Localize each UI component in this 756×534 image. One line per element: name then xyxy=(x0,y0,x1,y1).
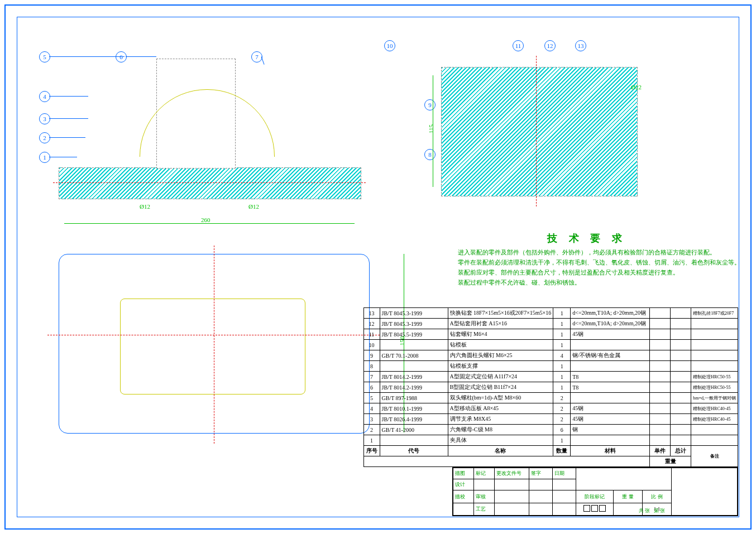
bom-cell-w1 xyxy=(650,329,671,340)
bom-cell-idx: 1 xyxy=(363,435,380,446)
tb-stage: 阶段标记 xyxy=(576,490,614,503)
bom-cell-w2 xyxy=(671,340,691,350)
balloon-1: 1 xyxy=(39,152,50,163)
bom-cell-idx: 5 xyxy=(363,393,380,403)
bom-cell-idx: 3 xyxy=(363,414,380,425)
dim-115: 115 xyxy=(428,124,434,133)
bom-cell-w2 xyxy=(671,372,691,382)
bom-cell-code: GB/T 897-1988 xyxy=(380,393,448,403)
bom-cell-mat: T8 xyxy=(571,372,650,382)
dim-12b: Ø12 xyxy=(248,203,259,210)
bom-cell-name: B型固定式定位销 B11f7×24 xyxy=(448,382,553,393)
bom-cell-qty: 1 xyxy=(553,340,571,350)
tb-r3c2: 审核 xyxy=(474,490,495,503)
bom-cell-code: JB/T 8045.3-1999 xyxy=(380,319,448,329)
title-block: 描图 标记 更改文件号 签字 日期 设计 描校 审核 阶段标记 重 量 比 例 xyxy=(452,467,738,516)
bom-cell-note xyxy=(691,361,738,372)
tb-sheets-total: 共 张 xyxy=(639,508,650,513)
bom-cell-w1 xyxy=(650,319,671,329)
tb-r1c2: 标记 xyxy=(474,468,495,479)
tb-sheet-no: 第 张 xyxy=(654,508,665,513)
balloon-10: 10 xyxy=(384,40,395,51)
bom-cell-name: 夹具体 xyxy=(448,435,553,446)
bom-row: 3JB/T 8026.4-1999调节支承 M8X45245钢精制处理HRC40… xyxy=(363,414,738,425)
balloon-4: 4 xyxy=(39,91,50,102)
bom-cell-note xyxy=(691,435,738,446)
tech-req-1: 进入装配的零件及部件（包括外购件、外协件），均必须具有检验部门的合格证方能进行装… xyxy=(458,248,716,257)
bom-cell-idx: 10 xyxy=(363,340,380,350)
tb-r2c1: 设计 xyxy=(453,479,474,490)
bom-cell-w2 xyxy=(671,382,691,393)
balloon-12: 12 xyxy=(544,40,556,51)
centerline xyxy=(53,182,366,183)
bom-cell-code xyxy=(380,435,448,446)
tech-req-4: 装配过程中零件不允许磕、碰、划伤和锈蚀。 xyxy=(458,278,581,287)
leader xyxy=(49,56,125,57)
bom-hdr-w2: 总计 xyxy=(671,446,691,456)
bom-hdr-idx: 序号 xyxy=(363,446,380,456)
bom-cell-code: GB/T 41-2000 xyxy=(380,425,448,435)
bom-hdr-note: 备注 xyxy=(691,446,738,467)
bom-cell-idx: 13 xyxy=(363,308,380,319)
bom-row: 12JB/T 8045.3-1999A型钻套用衬套 A15×161d<=20mm… xyxy=(363,319,738,329)
balloon-3: 3 xyxy=(39,113,50,124)
bom-cell-mat: 45钢 xyxy=(571,414,650,425)
leader xyxy=(49,137,85,138)
bom-cell-mat: T8 xyxy=(571,382,650,393)
bom-cell-w2 xyxy=(671,308,691,319)
leader xyxy=(49,118,88,119)
bom-cell-name: A型固定式定位销 A11f7×24 xyxy=(448,372,553,382)
bom-cell-name: 钻模板支撑 xyxy=(448,361,553,372)
bom-cell-w2 xyxy=(671,425,691,435)
bom-hdr-wgroup: 重量 xyxy=(650,456,691,467)
bom-cell-w2 xyxy=(671,350,691,361)
bom-cell-w1 xyxy=(650,393,671,403)
bom-cell-note: 精制孔径18F7或20F7 xyxy=(691,308,738,319)
bom-cell-idx: 9 xyxy=(363,350,380,361)
bom-cell-qty: 4 xyxy=(553,350,571,361)
bom-cell-idx: 6 xyxy=(363,382,380,393)
bom-cell-w1 xyxy=(650,435,671,446)
balloon-11: 11 xyxy=(513,40,524,51)
balloon-9: 9 xyxy=(424,99,436,110)
bom-cell-mat: 钢 xyxy=(571,425,650,435)
bom-cell-name: 钻套螺钉 M6×4 xyxy=(448,329,553,340)
bom-cell-w1 xyxy=(650,403,671,414)
bom-cell-w1 xyxy=(650,308,671,319)
tb-r1c1: 描图 xyxy=(453,468,474,479)
balloon-8: 8 xyxy=(424,149,436,160)
bom-row: 10钻模板1 xyxy=(363,340,738,350)
bom-cell-name: A型移动压板 A8×45 xyxy=(448,403,553,414)
bom-cell-w2 xyxy=(671,329,691,340)
tb-r4c2: 工艺 xyxy=(474,503,495,515)
bom-cell-mat xyxy=(571,361,650,372)
bom-table: 13JB/T 8045.3-1999快换钻套 18F7×15m5×16或20F7… xyxy=(363,307,738,467)
bom-row: 13JB/T 8045.3-1999快换钻套 18F7×15m5×16或20F7… xyxy=(363,308,738,319)
bom-row: 6JB/T 8014.2-1999B型固定式定位销 B11f7×241T8精制处… xyxy=(363,382,738,393)
bom-row: 4JB/T 8010.1-1999A型移动压板 A8×45245钢精制处理HRC… xyxy=(363,403,738,414)
bom-row: 5GB/T 897-1988双头螺柱(bm=1d)-A型 M8×602bm=d,… xyxy=(363,393,738,403)
bom-row: 1夹具体1 xyxy=(363,435,738,446)
bom-cell-code: JB/T 8026.4-1999 xyxy=(380,414,448,425)
bom-header-row: 序号 代号 名称 数量 材料 单件 总计 备注 xyxy=(363,446,738,456)
bom-hdr-code: 代号 xyxy=(380,446,448,456)
bom-cell-code: JB/T 8045.5-1999 xyxy=(380,329,448,340)
dim-line xyxy=(64,223,355,224)
bom-cell-mat xyxy=(571,340,650,350)
bom-hdr-qty: 数量 xyxy=(553,446,571,456)
bom-cell-qty: 6 xyxy=(553,425,571,435)
tb-r1c3: 更改文件号 xyxy=(495,468,529,479)
bom-header-row2: 重量 xyxy=(363,456,738,467)
balloon-6: 6 xyxy=(116,51,127,62)
tb-r1c4: 签字 xyxy=(529,468,553,479)
bom-cell-name: 双头螺柱(bm=1d)-A型 M8×60 xyxy=(448,393,553,403)
bom-cell-name: A型钻套用衬套 A15×16 xyxy=(448,319,553,329)
bom-row: 2GB/T 41-2000六角螺母-C级 M86钢 xyxy=(363,425,738,435)
bom-cell-note: bm=d,一般用于钢对钢 xyxy=(691,393,738,403)
bom-hdr-name: 名称 xyxy=(448,446,553,456)
leader xyxy=(126,56,156,57)
tech-req-title: 技 术 要 求 xyxy=(547,232,626,245)
bom-cell-mat: 45钢 xyxy=(571,329,650,340)
bom-cell-code xyxy=(380,340,448,350)
bom-cell-code: JB/T 8045.3-1999 xyxy=(380,308,448,319)
